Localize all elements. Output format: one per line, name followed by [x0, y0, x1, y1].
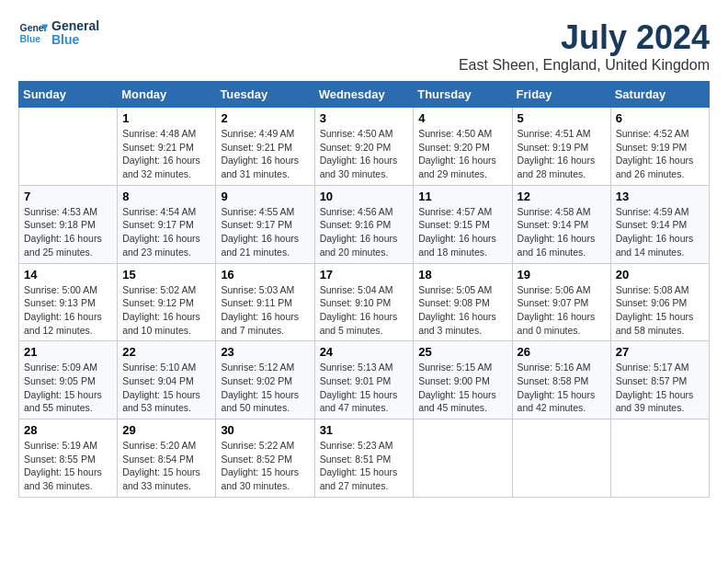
day-number: 27 — [616, 345, 704, 359]
day-number: 12 — [518, 190, 606, 203]
month-title: July 2024 — [459, 18, 710, 57]
day-cell: 7Sunrise: 4:53 AM Sunset: 9:18 PM Daylig… — [19, 185, 118, 263]
day-cell: 23Sunrise: 5:12 AM Sunset: 9:02 PM Dayli… — [216, 341, 314, 419]
day-info: Sunrise: 5:09 AM Sunset: 9:05 PM Dayligh… — [24, 361, 112, 415]
logo-line2: Blue — [51, 33, 99, 47]
day-number: 29 — [122, 423, 210, 437]
col-header-tuesday: Tuesday — [216, 82, 314, 108]
day-number: 11 — [418, 190, 506, 203]
day-number: 21 — [24, 345, 112, 359]
day-cell — [19, 108, 118, 186]
day-info: Sunrise: 4:48 AM Sunset: 9:21 PM Dayligh… — [122, 127, 210, 181]
col-header-friday: Friday — [512, 82, 610, 108]
day-cell: 24Sunrise: 5:13 AM Sunset: 9:01 PM Dayli… — [314, 341, 414, 419]
day-number: 7 — [24, 190, 112, 203]
col-header-thursday: Thursday — [414, 82, 512, 108]
day-number: 3 — [320, 111, 409, 125]
day-cell: 25Sunrise: 5:15 AM Sunset: 9:00 PM Dayli… — [414, 341, 512, 419]
day-number: 18 — [418, 268, 506, 282]
day-info: Sunrise: 5:22 AM Sunset: 8:52 PM Dayligh… — [221, 439, 309, 493]
day-info: Sunrise: 5:23 AM Sunset: 8:51 PM Dayligh… — [320, 439, 409, 493]
day-info: Sunrise: 5:16 AM Sunset: 8:58 PM Dayligh… — [518, 361, 606, 415]
page-header: General Blue General Blue July 2024 East… — [18, 18, 710, 74]
week-row-2: 7Sunrise: 4:53 AM Sunset: 9:18 PM Daylig… — [19, 185, 710, 263]
day-cell: 21Sunrise: 5:09 AM Sunset: 9:05 PM Dayli… — [19, 341, 118, 419]
day-cell: 28Sunrise: 5:19 AM Sunset: 8:55 PM Dayli… — [19, 419, 118, 498]
week-row-1: 1Sunrise: 4:48 AM Sunset: 9:21 PM Daylig… — [19, 108, 710, 186]
day-number: 5 — [518, 111, 606, 125]
svg-text:Blue: Blue — [20, 34, 41, 44]
col-header-wednesday: Wednesday — [314, 82, 414, 108]
day-number: 23 — [221, 345, 309, 359]
day-cell: 6Sunrise: 4:52 AM Sunset: 9:19 PM Daylig… — [610, 108, 709, 186]
day-cell: 20Sunrise: 5:08 AM Sunset: 9:06 PM Dayli… — [610, 263, 709, 341]
day-number: 25 — [418, 345, 506, 359]
day-cell: 19Sunrise: 5:06 AM Sunset: 9:07 PM Dayli… — [512, 263, 610, 341]
day-info: Sunrise: 5:13 AM Sunset: 9:01 PM Dayligh… — [320, 361, 409, 415]
week-row-4: 21Sunrise: 5:09 AM Sunset: 9:05 PM Dayli… — [19, 341, 710, 419]
week-row-5: 28Sunrise: 5:19 AM Sunset: 8:55 PM Dayli… — [19, 419, 710, 498]
day-info: Sunrise: 5:10 AM Sunset: 9:04 PM Dayligh… — [122, 361, 210, 415]
day-number: 2 — [221, 111, 309, 125]
day-info: Sunrise: 4:53 AM Sunset: 9:18 PM Dayligh… — [24, 205, 112, 259]
title-block: July 2024 East Sheen, England, United Ki… — [459, 18, 710, 74]
day-info: Sunrise: 5:17 AM Sunset: 8:57 PM Dayligh… — [616, 361, 704, 415]
day-cell: 13Sunrise: 4:59 AM Sunset: 9:14 PM Dayli… — [610, 185, 709, 263]
day-info: Sunrise: 5:06 AM Sunset: 9:07 PM Dayligh… — [518, 283, 606, 338]
logo-icon: General Blue — [18, 18, 48, 48]
col-header-sunday: Sunday — [19, 82, 118, 108]
day-info: Sunrise: 5:03 AM Sunset: 9:11 PM Dayligh… — [221, 283, 309, 338]
day-info: Sunrise: 4:50 AM Sunset: 9:20 PM Dayligh… — [320, 127, 409, 181]
day-info: Sunrise: 5:20 AM Sunset: 8:54 PM Dayligh… — [122, 439, 210, 493]
day-info: Sunrise: 5:04 AM Sunset: 9:10 PM Dayligh… — [320, 283, 409, 338]
day-cell: 14Sunrise: 5:00 AM Sunset: 9:13 PM Dayli… — [19, 263, 118, 341]
calendar-table: SundayMondayTuesdayWednesdayThursdayFrid… — [18, 81, 710, 498]
day-cell: 12Sunrise: 4:58 AM Sunset: 9:14 PM Dayli… — [512, 185, 610, 263]
header-row: SundayMondayTuesdayWednesdayThursdayFrid… — [19, 82, 710, 108]
day-cell: 31Sunrise: 5:23 AM Sunset: 8:51 PM Dayli… — [314, 419, 414, 498]
day-info: Sunrise: 4:54 AM Sunset: 9:17 PM Dayligh… — [122, 205, 210, 259]
day-cell: 27Sunrise: 5:17 AM Sunset: 8:57 PM Dayli… — [610, 341, 709, 419]
day-number: 26 — [518, 345, 606, 359]
day-cell — [512, 419, 610, 498]
day-cell — [610, 419, 709, 498]
day-number: 28 — [24, 423, 112, 437]
day-cell: 17Sunrise: 5:04 AM Sunset: 9:10 PM Dayli… — [314, 263, 414, 341]
day-info: Sunrise: 5:00 AM Sunset: 9:13 PM Dayligh… — [24, 283, 112, 338]
day-cell: 9Sunrise: 4:55 AM Sunset: 9:17 PM Daylig… — [216, 185, 314, 263]
day-number: 19 — [518, 268, 606, 282]
day-cell: 5Sunrise: 4:51 AM Sunset: 9:19 PM Daylig… — [512, 108, 610, 186]
day-cell: 15Sunrise: 5:02 AM Sunset: 9:12 PM Dayli… — [118, 263, 216, 341]
day-number: 30 — [221, 423, 309, 437]
day-info: Sunrise: 5:19 AM Sunset: 8:55 PM Dayligh… — [24, 439, 112, 493]
day-cell: 10Sunrise: 4:56 AM Sunset: 9:16 PM Dayli… — [314, 185, 414, 263]
day-info: Sunrise: 5:02 AM Sunset: 9:12 PM Dayligh… — [122, 283, 210, 338]
day-info: Sunrise: 4:58 AM Sunset: 9:14 PM Dayligh… — [518, 205, 606, 259]
day-info: Sunrise: 5:05 AM Sunset: 9:08 PM Dayligh… — [418, 283, 506, 338]
day-cell: 4Sunrise: 4:50 AM Sunset: 9:20 PM Daylig… — [414, 108, 512, 186]
day-cell: 8Sunrise: 4:54 AM Sunset: 9:17 PM Daylig… — [118, 185, 216, 263]
day-info: Sunrise: 5:08 AM Sunset: 9:06 PM Dayligh… — [616, 283, 704, 338]
day-info: Sunrise: 5:15 AM Sunset: 9:00 PM Dayligh… — [418, 361, 506, 415]
day-info: Sunrise: 4:52 AM Sunset: 9:19 PM Dayligh… — [616, 127, 704, 181]
day-cell: 2Sunrise: 4:49 AM Sunset: 9:21 PM Daylig… — [216, 108, 314, 186]
day-number: 1 — [122, 111, 210, 125]
day-number: 20 — [616, 268, 704, 282]
day-number: 31 — [320, 423, 409, 437]
day-number: 13 — [616, 190, 704, 203]
day-cell: 18Sunrise: 5:05 AM Sunset: 9:08 PM Dayli… — [414, 263, 512, 341]
day-cell: 22Sunrise: 5:10 AM Sunset: 9:04 PM Dayli… — [118, 341, 216, 419]
week-row-3: 14Sunrise: 5:00 AM Sunset: 9:13 PM Dayli… — [19, 263, 710, 341]
day-number: 9 — [221, 190, 309, 203]
day-number: 24 — [320, 345, 409, 359]
day-number: 4 — [418, 111, 506, 125]
day-info: Sunrise: 4:57 AM Sunset: 9:15 PM Dayligh… — [418, 205, 506, 259]
day-cell: 1Sunrise: 4:48 AM Sunset: 9:21 PM Daylig… — [118, 108, 216, 186]
day-cell: 26Sunrise: 5:16 AM Sunset: 8:58 PM Dayli… — [512, 341, 610, 419]
day-info: Sunrise: 4:49 AM Sunset: 9:21 PM Dayligh… — [221, 127, 309, 181]
day-cell — [414, 419, 512, 498]
day-number: 22 — [122, 345, 210, 359]
day-number: 6 — [616, 111, 704, 125]
col-header-saturday: Saturday — [610, 82, 709, 108]
day-cell: 11Sunrise: 4:57 AM Sunset: 9:15 PM Dayli… — [414, 185, 512, 263]
